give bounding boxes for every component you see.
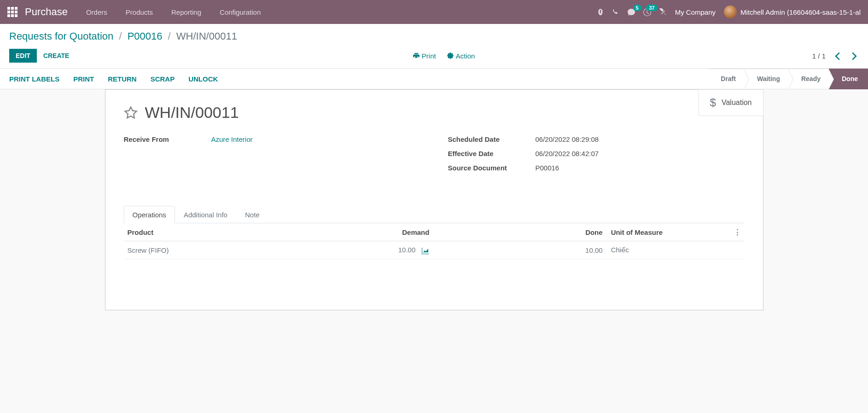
print-icon	[413, 52, 419, 59]
table-options-icon[interactable]: ⋮	[730, 223, 745, 241]
user-menu[interactable]: Mitchell Admin (16604604-saas-15-1-al	[724, 6, 861, 18]
dollar-icon: $	[710, 96, 716, 109]
nav-configuration[interactable]: Configuration	[220, 8, 261, 16]
cell-product: Screw (FIFO)	[124, 241, 359, 259]
scheduled-date-label: Scheduled Date	[448, 135, 536, 143]
print-dropdown[interactable]: Print	[413, 52, 436, 60]
systray: 5 37 My Company Mitchell Admin (16604604…	[597, 6, 861, 18]
status-row: Print Labels Print Return Scrap Unlock D…	[0, 69, 868, 89]
nav-products[interactable]: Products	[126, 8, 153, 16]
scheduled-date-value: 06/20/2022 08:29:08	[536, 135, 599, 143]
scrap-button[interactable]: Scrap	[151, 75, 175, 83]
tab-additional-info[interactable]: Additional Info	[175, 206, 236, 223]
cell-uom: Chiếc	[606, 241, 730, 259]
activities-badge: 37	[646, 5, 657, 11]
cell-demand: 10.00	[398, 246, 416, 254]
breadcrumb-current: WH/IN/00011	[176, 30, 237, 42]
col-demand[interactable]: Demand	[359, 223, 433, 241]
breadcrumb: Requests for Quotation / P00016 / WH/IN/…	[0, 24, 868, 46]
valuation-stat-button[interactable]: $ Valuation	[699, 90, 763, 116]
receive-from-label: Receive From	[124, 135, 211, 143]
print-labels-button[interactable]: Print Labels	[9, 75, 59, 83]
return-button[interactable]: Return	[108, 75, 137, 83]
nav-orders[interactable]: Orders	[86, 8, 107, 16]
activities-icon[interactable]: 37	[643, 8, 651, 16]
statusbar: Draft Waiting Ready Done	[708, 69, 868, 89]
avatar	[724, 6, 737, 18]
col-uom[interactable]: Unit of Measure	[606, 223, 730, 241]
nav-reporting[interactable]: Reporting	[171, 8, 201, 16]
nav-menu: Orders Products Reporting Configuration	[86, 8, 597, 16]
effective-date-value: 06/20/2022 08:42:07	[536, 150, 599, 157]
table-row[interactable]: Screw (FIFO) 10.00 10.00 Chiếc	[124, 241, 745, 259]
status-draft[interactable]: Draft	[708, 69, 744, 89]
unlock-button[interactable]: Unlock	[188, 75, 218, 83]
col-done[interactable]: Done	[557, 223, 606, 241]
pager-next-icon[interactable]	[850, 51, 859, 61]
action-dropdown[interactable]: Action	[447, 52, 475, 60]
effective-date-label: Effective Date	[448, 150, 536, 157]
tab-operations[interactable]: Operations	[124, 206, 175, 223]
edit-button[interactable]: Edit	[9, 49, 37, 63]
status-waiting[interactable]: Waiting	[744, 69, 788, 89]
status-done[interactable]: Done	[829, 69, 868, 89]
app-brand[interactable]: Purchase	[25, 6, 68, 18]
apps-icon[interactable]	[7, 7, 17, 17]
col-product[interactable]: Product	[124, 223, 359, 241]
receive-from-value[interactable]: Azure Interior	[211, 135, 253, 143]
top-navbar: Purchase Orders Products Reporting Confi…	[0, 0, 868, 24]
tab-note[interactable]: Note	[236, 206, 268, 223]
form-sheet: $ Valuation WH/IN/00011 Receive From Azu…	[105, 89, 763, 310]
breadcrumb-root[interactable]: Requests for Quotation	[9, 30, 113, 42]
gear-icon	[447, 52, 454, 59]
print-button[interactable]: Print	[73, 75, 94, 83]
tabs: Operations Additional Info Note	[124, 206, 745, 223]
cell-done: 10.00	[557, 241, 606, 259]
operations-table: Product Demand Done Unit of Measure ⋮ Sc…	[124, 223, 745, 273]
control-panel: Requests for Quotation / P00016 / WH/IN/…	[0, 24, 868, 69]
create-button[interactable]: Create	[37, 49, 76, 63]
tools-icon[interactable]	[659, 8, 667, 16]
bug-icon[interactable]	[597, 8, 604, 16]
forecast-chart-icon[interactable]	[422, 246, 429, 254]
breadcrumb-parent[interactable]: P00016	[128, 30, 163, 42]
source-doc-value: P00016	[536, 164, 559, 172]
status-ready[interactable]: Ready	[788, 69, 829, 89]
source-doc-label: Source Document	[448, 164, 536, 172]
record-title: WH/IN/00011	[145, 104, 239, 122]
phone-icon[interactable]	[612, 9, 619, 16]
cp-buttons-row: Edit Create Print Action 1 / 1	[0, 46, 868, 68]
company-name[interactable]: My Company	[675, 8, 716, 16]
messages-icon[interactable]: 5	[628, 8, 635, 16]
pager-value[interactable]: 1 / 1	[812, 52, 826, 60]
pager-prev-icon[interactable]	[833, 51, 842, 61]
messages-badge: 5	[633, 5, 641, 11]
user-name: Mitchell Admin (16604604-saas-15-1-al	[740, 8, 861, 16]
favorite-star-icon[interactable]	[124, 106, 138, 120]
